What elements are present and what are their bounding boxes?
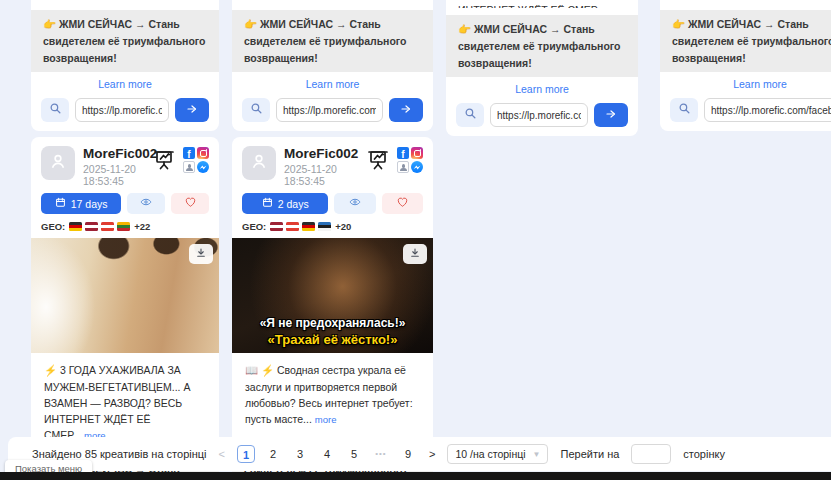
masonry-column-2: 👉 ЖМИ СЕЙЧАС → Стань свидетелем её триум… [232, 0, 433, 480]
duration-button[interactable]: 2 days [242, 193, 328, 214]
prev-page-button[interactable]: < [219, 448, 225, 460]
creative-datetime: 2025-11-20 18:53:45 [284, 163, 366, 187]
next-page-button[interactable]: > [429, 448, 435, 460]
clipped-description-text: ИНТЕРНЕТ ЖДЁТ ЕЁ СМЕР ... [458, 4, 609, 8]
card-header: MoreFic002 2025-11-20 18:53:45 [31, 137, 219, 193]
more-link[interactable]: more [315, 414, 337, 425]
card-actions: 2 days [232, 193, 433, 214]
views-button[interactable] [334, 193, 375, 214]
page-1-button[interactable]: 1 [237, 445, 255, 463]
page-number-list: 12345•••9 [237, 445, 417, 463]
messenger-icon [411, 161, 423, 173]
author-block: MoreFic002 2025-11-20 18:53:45 [284, 146, 366, 187]
page-9-button[interactable]: 9 [399, 445, 417, 463]
download-image-button[interactable] [189, 244, 213, 264]
creatives-library-page: 👉 ЖМИ СЕЙЧАС → Стань свидетелем её триум… [0, 0, 831, 480]
open-link-button[interactable] [594, 103, 628, 127]
page-4-button[interactable]: 4 [318, 445, 336, 463]
creative-description: ⚡ 3 ГОДА УХАЖИВАЛА ЗА МУЖЕМ-ВЕГЕТАТИВЦЕМ… [31, 353, 219, 449]
learn-more-link[interactable]: Learn more [31, 72, 219, 93]
url-row [446, 98, 638, 136]
format-and-placements [366, 146, 423, 176]
page-size-value: 10 /на сторінці [455, 448, 525, 460]
instagram-icon [197, 147, 209, 159]
placement-icons [183, 147, 209, 173]
creative-card-partial: 👉 ЖМИ СЕЙЧАС → Стань свидетелем её триум… [232, 0, 433, 131]
chevron-down-icon: ▼ [533, 450, 541, 459]
url-input[interactable] [490, 103, 588, 127]
cta-block: 👉 ЖМИ СЕЙЧАС → Стань свидетелем её триум… [232, 10, 433, 72]
instagram-icon [411, 147, 423, 159]
image-caption-overlay: «Я не предохранялась!» «Трахай её жёстко… [236, 316, 429, 348]
favorite-button[interactable] [171, 193, 209, 214]
favorite-button[interactable] [382, 193, 423, 214]
placement-icons [397, 147, 423, 173]
url-input[interactable] [75, 98, 169, 122]
creative-image [31, 238, 219, 353]
author-block: MoreFic002 2025-11-20 18:53:45 [83, 146, 152, 187]
cta-text: 👉 ЖМИ СЕЙЧАС → Стань свидетелем её триум… [244, 16, 421, 66]
url-row [660, 93, 831, 131]
flag-lv-icon [85, 222, 98, 231]
format-and-placements [152, 146, 209, 176]
geo-label: GEO: [41, 221, 65, 232]
search-button[interactable] [242, 98, 270, 122]
geo-more-count: +22 [134, 221, 150, 232]
flag-de-icon [69, 222, 82, 231]
creative-description: 📖 ⚡ Сводная сестра украла её заслуги и п… [232, 353, 433, 433]
arrow-right-icon [604, 108, 618, 123]
open-link-button[interactable] [389, 98, 423, 122]
avatar [41, 146, 75, 180]
flag-at-icon [101, 222, 114, 231]
facebook-icon [183, 147, 195, 159]
geo-flags [270, 222, 331, 231]
cta-text: 👉 ЖМИ СЕЙЧАС → Стань свидетелем её триум… [672, 16, 831, 66]
download-icon [195, 247, 207, 262]
learn-more-link[interactable]: Learn more [232, 72, 433, 93]
person-icon [249, 151, 269, 175]
open-link-button[interactable] [175, 98, 209, 122]
person-icon [48, 151, 68, 175]
learn-more-link[interactable]: Learn more [446, 77, 638, 98]
duration-button[interactable]: 17 days [41, 193, 121, 214]
page-3-button[interactable]: 3 [291, 445, 309, 463]
page-2-button[interactable]: 2 [264, 445, 282, 463]
calendar-icon [55, 197, 66, 210]
search-icon [250, 102, 263, 118]
search-icon [678, 102, 691, 118]
flag-ee-icon [318, 222, 331, 231]
geo-row: GEO: +22 [31, 214, 219, 238]
duration-label: 2 days [278, 198, 309, 210]
page-size-select[interactable]: 10 /на сторінці ▼ [447, 444, 548, 464]
learn-more-link[interactable]: Learn more [660, 72, 831, 93]
page-5-button[interactable]: 5 [345, 445, 363, 463]
goto-page-suffix: сторінку [683, 448, 725, 460]
search-button[interactable] [41, 98, 69, 122]
description-text: ⚡ 3 ГОДА УХАЖИВАЛА ЗА МУЖЕМ-ВЕГЕТАТИВЦЕМ… [44, 364, 190, 441]
eye-icon [348, 196, 362, 211]
image-caption-line2: «Трахай её жёстко!» [236, 332, 429, 349]
facebook-icon [397, 147, 409, 159]
arrow-right-icon [185, 103, 199, 118]
cta-block: 👉 ЖМИ СЕЙЧАС → Стань свидетелем её триум… [446, 15, 638, 77]
creative-card-partial: 👉 ЖМИ СЕЙЧАС → Стань свидетелем её триум… [31, 0, 219, 131]
geo-flags [69, 222, 130, 231]
goto-page-input[interactable] [631, 444, 671, 464]
avatar [242, 146, 276, 180]
presentation-chart-icon [366, 148, 390, 176]
search-button[interactable] [670, 98, 698, 122]
flag-lv-icon [270, 222, 283, 231]
url-input[interactable] [276, 98, 383, 122]
creative-card-partial: ИНТЕРНЕТ ЖДЁТ ЕЁ СМЕР ...more 👉 ЖМИ СЕЙЧ… [446, 0, 638, 136]
bottom-bar [0, 472, 831, 480]
download-image-button[interactable] [403, 244, 427, 264]
search-button[interactable] [456, 103, 484, 127]
url-input[interactable] [704, 98, 831, 122]
views-button[interactable] [127, 193, 165, 214]
geo-row: GEO: +20 [232, 214, 433, 238]
creative-card-partial: 👉 ЖМИ СЕЙЧАС → Стань свидетелем её триум… [660, 0, 831, 131]
cta-block: 👉 ЖМИ СЕЙЧАС → Стань свидетелем её триум… [31, 10, 219, 72]
flag-de-icon [302, 222, 315, 231]
creative-card: MoreFic002 2025-11-20 18:53:45 17 days [31, 137, 219, 480]
card-actions: 17 days [31, 193, 219, 214]
